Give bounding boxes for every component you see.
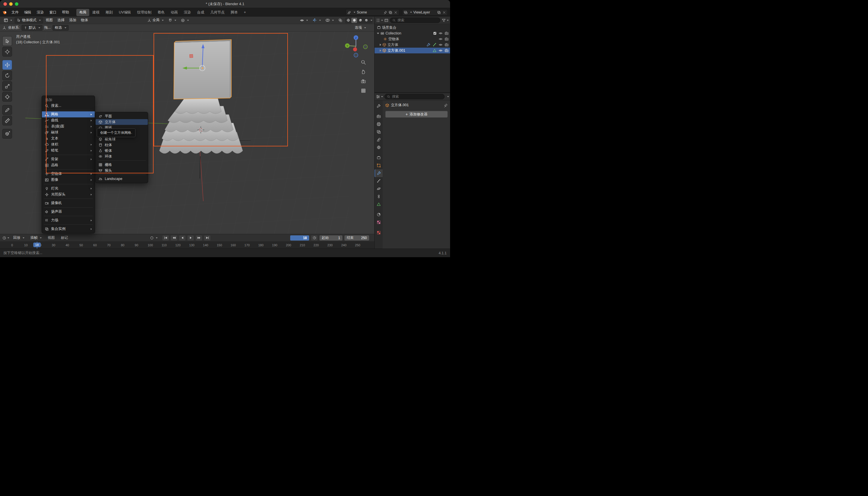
shading-solid-button[interactable] <box>351 18 357 23</box>
add-menu-item-light-probe[interactable]: 光照探头 <box>42 191 95 198</box>
expand-icon[interactable] <box>380 49 381 52</box>
tab-world[interactable] <box>375 143 383 151</box>
tab-material[interactable] <box>375 211 383 218</box>
editor-type-selector[interactable] <box>2 17 14 23</box>
outliner-row-cube[interactable]: 立方体 <box>375 42 450 48</box>
camera-view-icon[interactable] <box>360 78 367 85</box>
transform-orientation-selector[interactable]: 全局 <box>145 17 166 23</box>
add-menu-item-force-field[interactable]: 力场 <box>42 217 95 223</box>
empty-rectangle-object-2[interactable] <box>46 55 154 173</box>
properties-options-chevron[interactable] <box>447 96 449 97</box>
scene-selector[interactable]: Scene <box>345 9 399 16</box>
rotate-tool[interactable] <box>2 71 12 80</box>
mesh-data-icon[interactable] <box>433 48 437 52</box>
outliner-row-scene-collection[interactable]: 场景集合 <box>375 25 450 30</box>
workspace-tab-uv-editing[interactable]: UV编辑 <box>116 9 134 16</box>
workspace-tab-texture-paint[interactable]: 纹理绘制 <box>134 9 154 16</box>
render-visibility-icon[interactable] <box>445 31 449 35</box>
shading-material-button[interactable] <box>357 18 363 23</box>
particles-icon[interactable] <box>433 43 437 47</box>
outliner-row-empty[interactable]: 空物体 <box>375 36 450 42</box>
timeline-editor-selector[interactable] <box>2 236 9 240</box>
tab-output[interactable] <box>375 120 383 128</box>
pan-hand-icon[interactable] <box>360 68 367 75</box>
previous-keyframe-button[interactable] <box>171 235 177 241</box>
viewport-menu-add[interactable]: 添加 <box>67 17 78 23</box>
add-menu-item-image[interactable]: 图像 <box>42 177 95 183</box>
properties-search-input[interactable]: 搜索 <box>384 94 445 99</box>
tab-particles[interactable] <box>375 177 383 185</box>
viewport-menu-view[interactable]: 视图 <box>44 17 55 23</box>
add-workspace-button[interactable]: + <box>241 9 249 16</box>
transform-tool[interactable] <box>2 92 12 102</box>
options-dropdown[interactable]: 选项 <box>353 25 368 31</box>
outliner-row-cube001[interactable]: 立方体.001 <box>375 48 450 53</box>
outliner-row-collection[interactable]: Collection <box>375 30 450 36</box>
add-cube-tool[interactable] <box>2 129 12 139</box>
workspace-tab-compositing[interactable]: 合成 <box>194 9 207 16</box>
outliner-search-input[interactable]: 搜索 <box>390 17 440 23</box>
show-gizmo-toggle[interactable] <box>311 17 323 23</box>
mode-selector[interactable]: 物体模式 <box>15 17 43 23</box>
annotate-tool[interactable] <box>2 105 12 115</box>
select-box-tool[interactable] <box>2 36 12 46</box>
current-frame-field[interactable]: 18 <box>290 235 309 241</box>
render-visibility-icon[interactable] <box>445 37 449 41</box>
menu-window[interactable]: 窗口 <box>47 9 59 16</box>
tab-brush[interactable] <box>375 229 383 236</box>
display-mode-icon[interactable] <box>384 18 388 22</box>
hide-eye-icon[interactable] <box>438 31 443 35</box>
workspace-tab-modeling[interactable]: 建模 <box>90 9 103 16</box>
add-modifier-button[interactable]: + 添加修改器 <box>385 111 448 118</box>
xray-toggle[interactable] <box>337 18 344 23</box>
workspace-tab-shading[interactable]: 着色 <box>154 9 167 16</box>
view-layer-name[interactable]: ViewLayer <box>413 10 436 14</box>
new-scene-icon[interactable] <box>389 11 392 14</box>
exclude-checkbox[interactable] <box>433 32 437 35</box>
shading-rendered-button[interactable] <box>363 18 369 23</box>
start-frame-field[interactable]: 起始1 <box>320 235 342 241</box>
workspace-tab-geometry-nodes[interactable]: 几何节点 <box>207 9 227 16</box>
workspace-tab-rendering[interactable]: 渲染 <box>181 9 194 16</box>
viewport-menu-select[interactable]: 选择 <box>56 17 66 23</box>
timeline-marker-menu[interactable]: 标记 <box>59 235 70 241</box>
render-visibility-icon[interactable] <box>445 43 449 47</box>
proportional-edit-toggle[interactable] <box>179 18 191 23</box>
add-menu-item-speaker[interactable]: 扬声器 <box>42 209 95 215</box>
workspace-tab-animation[interactable]: 动画 <box>168 9 181 16</box>
tab-view-layer[interactable] <box>375 128 383 136</box>
add-menu-item-light[interactable]: 灯光 <box>42 185 95 191</box>
close-icon[interactable] <box>394 11 398 14</box>
empty-rectangle-object[interactable] <box>154 33 288 146</box>
measure-tool[interactable] <box>2 116 12 125</box>
jump-to-start-button[interactable] <box>162 235 169 241</box>
play-reverse-button[interactable] <box>179 235 185 241</box>
workspace-tab-sculpting[interactable]: 雕刻 <box>103 9 116 16</box>
tab-object[interactable] <box>375 161 383 169</box>
close-icon[interactable] <box>442 11 446 14</box>
use-preview-range-toggle[interactable] <box>311 235 317 241</box>
drag-label[interactable]: 拖... <box>44 25 51 30</box>
tab-texture[interactable] <box>375 218 383 226</box>
drag-mode-selector[interactable]: 框选 <box>52 25 68 31</box>
workspace-tab-scripting[interactable]: 脚本 <box>228 9 241 16</box>
keying-menu[interactable]: 插帧 <box>28 235 44 241</box>
snapping-toggle[interactable] <box>166 18 178 23</box>
tab-tool[interactable] <box>375 102 383 110</box>
end-frame-field[interactable]: 结束250 <box>344 235 369 241</box>
cursor-tool[interactable] <box>2 47 12 57</box>
timeline-view-menu[interactable]: 视图 <box>46 235 57 241</box>
menu-help[interactable]: 帮助 <box>59 9 72 16</box>
tab-physics[interactable] <box>375 185 383 192</box>
auto-keying-toggle[interactable] <box>150 236 158 240</box>
hide-eye-icon[interactable] <box>438 37 443 41</box>
orthographic-toggle-icon[interactable] <box>360 87 367 94</box>
timeline-ruler[interactable]: 0102030405060708090100110120130140150160… <box>0 242 374 249</box>
next-keyframe-button[interactable] <box>196 235 202 241</box>
modifier-wrench-icon[interactable] <box>427 43 431 47</box>
mesh-item-landscape[interactable]: Landscape <box>96 176 148 182</box>
hide-eye-icon[interactable] <box>438 48 443 52</box>
add-menu-item-collection-instance[interactable]: 集合实例 <box>42 226 95 232</box>
new-view-layer-icon[interactable] <box>437 11 441 14</box>
jump-to-end-button[interactable] <box>204 235 211 241</box>
